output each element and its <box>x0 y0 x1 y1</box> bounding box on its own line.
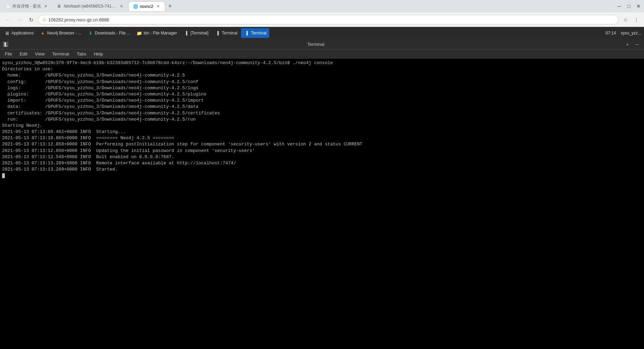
browser-tab-1[interactable]: 📄 作业详情 - 星光 ✕ <box>1 1 53 11</box>
close-window-button[interactable]: ✕ <box>634 2 643 10</box>
reload-button[interactable]: ↻ <box>26 15 36 24</box>
back-button[interactable]: ← <box>3 15 12 24</box>
terminal-line: 2021-05-13 07:13:12.548+0000 INFO Bolt e… <box>2 154 642 160</box>
taskbar-item-neo4j[interactable]: ● Neo4j Browser - ... <box>37 28 84 38</box>
taskbar-label-downloads: Downloads - File ... <box>95 31 130 35</box>
taskbar: 🖥 Applications ● Neo4j Browser - ... ⬇ D… <box>0 27 644 39</box>
browser-tab-3[interactable]: 🌐 novnc2 ✕ <box>129 1 165 11</box>
tab3-favicon: 🌐 <box>133 4 138 9</box>
tab2-title: /bin/bash (w84566f15-741e-4e... <box>64 4 117 9</box>
menu-tabs[interactable]: Tabs <box>73 51 89 57</box>
tab-bar: 📄 作业详情 - 星光 ✕ 🖥 /bin/bash (w84566f15-741… <box>0 0 644 12</box>
minimize-button[interactable]: ─ <box>615 2 623 10</box>
taskbar-label-terminal1: [Terminal] <box>191 31 209 35</box>
browser-tab-2[interactable]: 🖥 /bin/bash (w84566f15-741e-4e... ✕ <box>53 1 129 11</box>
browser-chrome: 📄 作业详情 - 星光 ✕ 🖥 /bin/bash (w84566f15-741… <box>0 0 644 27</box>
address-actions: ☆ ⋮ <box>621 15 641 24</box>
window-controls: ─ □ ✕ <box>615 2 643 10</box>
terminal-maximize[interactable]: ─ <box>633 41 641 48</box>
tab2-close[interactable]: ✕ <box>119 3 124 9</box>
settings-button[interactable]: ⋮ <box>632 15 641 24</box>
terminal2-icon: ▐ <box>215 30 220 36</box>
terminal-line: 2021-05-13 07:13:12.058+0000 INFO Updati… <box>2 148 642 154</box>
terminal-menu-bar: File Edit View Terminal Tabs Help <box>0 50 644 59</box>
address-bar: ← → ↻ ⚠ 106282.proxy.nscc-gz.cn:8888 ☆ ⋮ <box>0 12 644 27</box>
taskbar-label-filemanager: bin - File Manager <box>144 31 177 35</box>
terminal-line: plugins: /GPUFS/sysu_yzzhou_3/Downloads/… <box>2 91 642 97</box>
taskbar-label-terminal3: Terminal <box>251 31 266 35</box>
terminal-window-icon: ▐_ <box>3 42 8 47</box>
terminal-line: data: /GPUFS/sysu_yzzhou_3/Downloads/neo… <box>2 104 642 110</box>
taskbar-label-neo4j: Neo4j Browser - ... <box>47 31 81 35</box>
tab2-favicon: 🖥 <box>57 4 62 9</box>
terminal-window: ▐_ Terminal + ─ File Edit View Terminal … <box>0 39 644 349</box>
taskbar-user: sysu_yzz... <box>620 31 643 35</box>
menu-file[interactable]: File <box>1 51 16 57</box>
maximize-button[interactable]: □ <box>625 2 633 10</box>
menu-terminal[interactable]: Terminal <box>49 51 72 57</box>
taskbar-item-terminal3[interactable]: ▐ Terminal <box>241 28 269 38</box>
terminal-titlebar: ▐_ Terminal + ─ <box>0 39 644 50</box>
neo4j-icon: ● <box>40 30 46 36</box>
menu-edit[interactable]: Edit <box>16 51 31 57</box>
terminal-line: sysu_yzzhou_3@w8528c370-9f7e-4ec9-b19b-b… <box>2 60 642 66</box>
terminal-line: logs: /GPUFS/sysu_yzzhou_3/Downloads/neo… <box>2 85 642 91</box>
terminal-line: Directories in use: <box>2 66 642 72</box>
terminal-line: Starting Neo4j. <box>2 123 642 129</box>
terminal-minimize[interactable]: + <box>623 41 632 48</box>
tab3-title: novnc2 <box>140 4 153 9</box>
filemanager-icon: 📁 <box>137 30 142 36</box>
terminal-window-title: Terminal <box>10 42 622 47</box>
terminal-cursor-line <box>2 173 642 179</box>
terminal1-icon: ▐ <box>183 30 189 36</box>
terminal-line: import: /GPUFS/sysu_yzzhou_3/Downloads/n… <box>2 97 642 104</box>
terminal-line: config: /GPUFS/sysu_yzzhou_3/Downloads/n… <box>2 79 642 85</box>
taskbar-label-applications: Applications <box>11 31 34 35</box>
terminal-line: 2021-05-13 07:13:13.209+0000 INFO Remote… <box>2 160 642 166</box>
menu-help[interactable]: Help <box>90 51 107 57</box>
terminal-line: certificates: /GPUFS/sysu_yzzhou_3/Downl… <box>2 110 642 116</box>
tab1-close[interactable]: ✕ <box>43 3 49 9</box>
new-tab-button[interactable]: + <box>165 1 175 11</box>
taskbar-item-filemanager[interactable]: 📁 bin - File Manager <box>134 28 180 38</box>
tab1-favicon: 📄 <box>6 4 10 9</box>
tab3-close[interactable]: ✕ <box>155 4 161 9</box>
menu-view[interactable]: View <box>31 51 48 57</box>
terminal-line: 2021-05-13 07:13:13.209+0000 INFO Starte… <box>2 166 642 173</box>
taskbar-item-terminal2[interactable]: ▐ Terminal <box>212 28 240 38</box>
taskbar-item-terminal1[interactable]: ▐ [Terminal] <box>181 28 211 38</box>
bookmark-button[interactable]: ☆ <box>621 15 630 24</box>
terminal-line: 2021-05-13 07:13:10.865+0000 INFO ======… <box>2 135 642 141</box>
terminal3-icon: ▐ <box>244 30 249 36</box>
terminal-line: 2021-05-13 07:13:12.058+0000 INFO Perfor… <box>2 141 642 147</box>
terminal-line: home: /GPUFS/sysu_yzzhou_3/Downloads/neo… <box>2 72 642 79</box>
tab1-title: 作业详情 - 星光 <box>12 3 41 9</box>
lock-icon: ⚠ <box>42 17 46 22</box>
forward-button[interactable]: → <box>14 15 24 24</box>
terminal-line: run: /GPUFS/sysu_yzzhou_3/Downloads/neo4… <box>2 116 642 123</box>
taskbar-label-terminal2: Terminal <box>222 31 238 35</box>
downloads-icon: ⬇ <box>88 30 93 36</box>
taskbar-time: 07:14 <box>603 31 619 35</box>
address-input[interactable]: ⚠ 106282.proxy.nscc-gz.cn:8888 <box>38 15 618 24</box>
terminal-content[interactable]: sysu_yzzhou_3@w8528c370-9f7e-4ec9-b19b-b… <box>0 59 644 349</box>
terminal-window-buttons: + ─ <box>623 41 641 48</box>
terminal-line: 2021-05-13 07:13:09.462+0000 INFO Starti… <box>2 129 642 135</box>
terminal-cursor <box>2 173 5 178</box>
applications-icon: 🖥 <box>4 30 10 36</box>
address-text: 106282.proxy.nscc-gz.cn:8888 <box>48 17 109 22</box>
taskbar-item-downloads[interactable]: ⬇ Downloads - File ... <box>85 28 133 38</box>
taskbar-item-applications[interactable]: 🖥 Applications <box>1 28 37 38</box>
